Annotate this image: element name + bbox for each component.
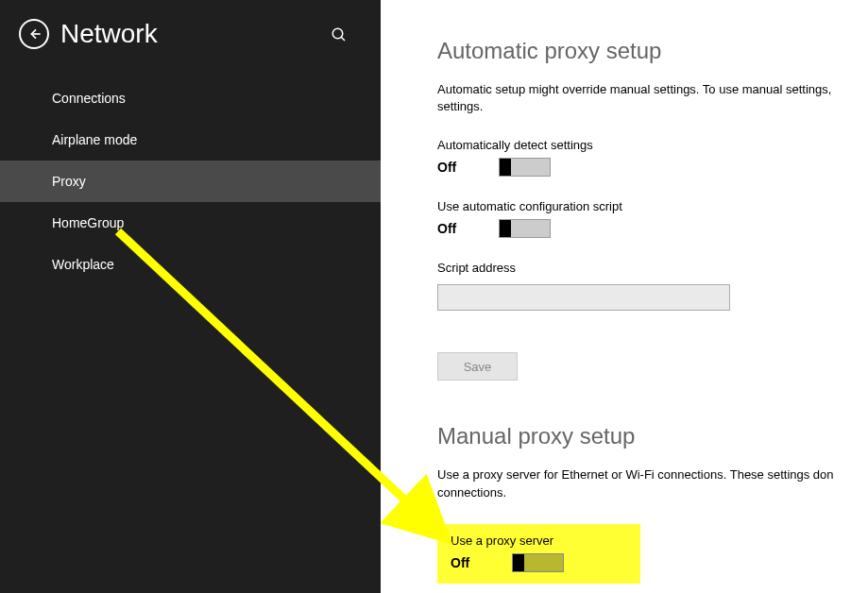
setting-auto-script: Use automatic configuration script Off [437, 199, 868, 238]
sidebar-item-airplane[interactable]: Airplane mode [0, 119, 381, 161]
setting-label: Use automatic configuration script [437, 199, 868, 213]
setting-script-address: Script address [437, 261, 868, 311]
setting-label: Use a proxy server [451, 534, 627, 548]
sidebar-items: Connections Airplane mode Proxy HomeGrou… [0, 77, 381, 285]
sidebar-item-homegroup[interactable]: HomeGroup [0, 202, 381, 244]
setting-auto-detect: Automatically detect settings Off [437, 138, 868, 177]
section-title-manual: Manual proxy setup [437, 423, 868, 449]
toggle-state: Off [437, 160, 466, 175]
setting-label: Automatically detect settings [437, 138, 868, 152]
auto-script-toggle[interactable] [499, 219, 551, 238]
page-title: Network [60, 19, 158, 49]
sidebar-item-workplace[interactable]: Workplace [0, 244, 381, 285]
arrow-left-icon [26, 26, 42, 42]
sidebar-item-connections[interactable]: Connections [0, 77, 381, 119]
auto-description: Automatic setup might override manual se… [437, 81, 868, 115]
toggle-handle [500, 159, 511, 176]
manual-description: Use a proxy server for Ethernet or Wi-Fi… [437, 466, 868, 500]
sidebar-header: Network [0, 0, 381, 77]
svg-point-1 [332, 28, 343, 39]
sidebar-item-proxy[interactable]: Proxy [0, 161, 381, 202]
toggle-row: Off [437, 158, 868, 177]
toggle-state: Off [437, 221, 466, 236]
toggle-state: Off [451, 555, 479, 570]
setting-label: Script address [437, 261, 868, 275]
back-button[interactable] [19, 19, 49, 49]
highlight-annotation: Use a proxy server Off [437, 524, 640, 584]
sidebar-item-label: Workplace [52, 257, 114, 272]
sidebar-item-label: Connections [52, 91, 126, 106]
toggle-handle [513, 554, 524, 571]
toggle-row: Off [451, 553, 627, 572]
svg-line-2 [341, 37, 345, 41]
toggle-row: Off [437, 219, 868, 238]
use-proxy-toggle[interactable] [512, 553, 564, 572]
sidebar-item-label: Proxy [52, 174, 86, 189]
search-button[interactable] [331, 26, 348, 47]
save-button[interactable]: Save [437, 352, 518, 381]
sidebar-item-label: Airplane mode [52, 132, 137, 147]
sidebar: Network Connections Airplane mode Proxy … [0, 0, 381, 593]
section-title-auto: Automatic proxy setup [437, 38, 868, 64]
sidebar-item-label: HomeGroup [52, 215, 124, 230]
auto-detect-toggle[interactable] [499, 158, 551, 177]
toggle-handle [500, 220, 511, 237]
content-pane: Automatic proxy setup Automatic setup mi… [381, 0, 868, 593]
manual-section: Manual proxy setup Use a proxy server fo… [437, 423, 868, 583]
script-address-input[interactable] [437, 284, 730, 311]
search-icon [331, 26, 348, 43]
